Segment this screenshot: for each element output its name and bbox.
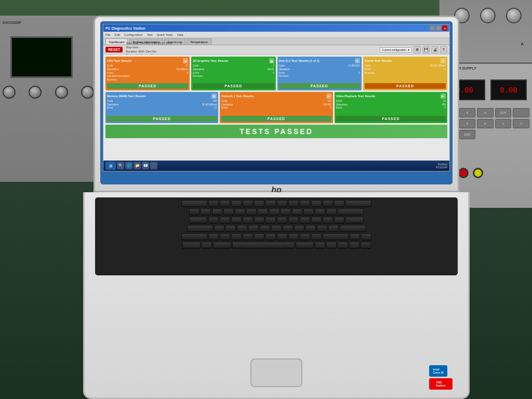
- key-f1[interactable]: [208, 200, 219, 207]
- ps-key-6[interactable]: 6: [477, 119, 494, 128]
- key-q[interactable]: [208, 217, 219, 224]
- key-u[interactable]: [277, 217, 287, 224]
- key-f[interactable]: [248, 225, 259, 232]
- menu-configuration[interactable]: Configuration: [124, 33, 143, 36]
- key-esc[interactable]: [181, 200, 207, 207]
- key-8[interactable]: [281, 208, 291, 216]
- key-c[interactable]: [231, 233, 242, 241]
- key-d[interactable]: [237, 225, 247, 232]
- key-del[interactable]: [338, 208, 364, 216]
- key-shift-right[interactable]: [323, 233, 349, 241]
- key-bracket-right[interactable]: [334, 217, 344, 224]
- key-7[interactable]: [269, 208, 280, 216]
- key-minus[interactable]: [315, 208, 325, 216]
- key-1[interactable]: [201, 208, 211, 216]
- taskbar-icon-5[interactable]: 🎵: [150, 162, 157, 169]
- key-tilde[interactable]: [189, 208, 200, 216]
- key-f9[interactable]: [300, 200, 310, 207]
- menu-test[interactable]: Test: [147, 33, 153, 36]
- key-alt-right[interactable]: [296, 242, 314, 249]
- taskbar-icon-4[interactable]: 📧: [142, 162, 149, 169]
- key-f2[interactable]: [220, 200, 230, 207]
- ps-key-2[interactable]: 2: [513, 119, 529, 128]
- key-s[interactable]: [225, 225, 236, 232]
- key-2[interactable]: [212, 208, 222, 216]
- key-fn[interactable]: [315, 242, 325, 249]
- key-f7[interactable]: [277, 200, 287, 207]
- reset-button[interactable]: RESET: [105, 47, 123, 52]
- key-right[interactable]: [361, 242, 371, 249]
- key-comma[interactable]: [288, 233, 299, 241]
- ps-key-9[interactable]: 9: [477, 108, 494, 117]
- key-space[interactable]: [232, 242, 295, 249]
- key-y[interactable]: [265, 217, 276, 224]
- ps-key-out[interactable]: OUT: [495, 108, 512, 117]
- key-ctrl-left[interactable]: [182, 242, 201, 249]
- key-f6[interactable]: [265, 200, 276, 207]
- key-semicolon[interactable]: [317, 225, 327, 232]
- key-left[interactable]: [338, 242, 348, 249]
- key-x[interactable]: [220, 233, 230, 241]
- key-r[interactable]: [243, 217, 253, 224]
- key-win[interactable]: [202, 242, 212, 249]
- key-j[interactable]: [283, 225, 293, 232]
- key-f5[interactable]: [254, 200, 264, 207]
- touchpad[interactable]: [250, 358, 302, 387]
- key-quote[interactable]: [328, 225, 339, 232]
- taskbar-icon-2[interactable]: 🌐: [125, 162, 132, 169]
- key-ctrl-right[interactable]: [326, 242, 337, 249]
- key-4[interactable]: [235, 208, 245, 216]
- key-f3[interactable]: [231, 200, 242, 207]
- key-f8[interactable]: [288, 200, 299, 207]
- key-v[interactable]: [243, 233, 253, 241]
- key-end[interactable]: [361, 233, 371, 241]
- tab-temperature[interactable]: Temperature: [187, 38, 211, 45]
- ps-key-ent[interactable]: [513, 108, 529, 117]
- key-g[interactable]: [260, 225, 270, 232]
- menu-edit[interactable]: Edit: [115, 33, 120, 36]
- key-f12[interactable]: [334, 200, 344, 207]
- key-b[interactable]: [254, 233, 264, 241]
- key-o[interactable]: [300, 217, 310, 224]
- key-z[interactable]: [208, 233, 219, 241]
- key-enter[interactable]: [345, 217, 364, 224]
- key-n[interactable]: [265, 233, 276, 241]
- maximize-button[interactable]: □: [436, 25, 441, 31]
- key-alt-left[interactable]: [213, 242, 231, 249]
- save-icon-btn[interactable]: 💾: [422, 46, 430, 54]
- print-icon-btn[interactable]: 🖨: [431, 46, 438, 54]
- key-m[interactable]: [277, 233, 287, 241]
- key-t[interactable]: [254, 217, 264, 224]
- key-i[interactable]: [288, 217, 299, 224]
- key-6[interactable]: [258, 208, 268, 216]
- key-f11[interactable]: [323, 200, 333, 207]
- settings-icon-btn[interactable]: ⚙: [414, 46, 421, 54]
- key-backspace[interactable]: [345, 200, 371, 207]
- key-k[interactable]: [294, 225, 304, 232]
- menu-quick-tests[interactable]: Quick Tests: [157, 33, 173, 36]
- key-5[interactable]: [246, 208, 257, 216]
- key-p[interactable]: [311, 217, 322, 224]
- minimize-button[interactable]: ─: [430, 25, 435, 31]
- ps-knob-3[interactable]: [506, 8, 522, 23]
- start-button[interactable]: ⊞: [105, 162, 116, 170]
- key-equals[interactable]: [326, 208, 337, 216]
- config-dropdown[interactable]: Current configuration ▼: [380, 47, 412, 52]
- key-h[interactable]: [271, 225, 282, 232]
- key-f10[interactable]: [311, 200, 322, 207]
- key-f4[interactable]: [243, 200, 253, 207]
- key-shift-left[interactable]: [181, 233, 207, 241]
- menu-help[interactable]: Help: [177, 33, 183, 36]
- ps-key-1[interactable]: 1: [495, 119, 512, 128]
- key-e[interactable]: [231, 217, 242, 224]
- key-tab[interactable]: [189, 217, 207, 224]
- help-icon-btn[interactable]: ?: [440, 46, 447, 54]
- key-slash[interactable]: [311, 233, 322, 241]
- key-9[interactable]: [292, 208, 302, 216]
- taskbar-icon-1[interactable]: 🔍: [117, 162, 124, 169]
- key-3[interactable]: [223, 208, 234, 216]
- taskbar-icon-3[interactable]: 📁: [134, 162, 141, 169]
- menu-file[interactable]: File: [105, 33, 111, 36]
- key-l[interactable]: [305, 225, 316, 232]
- key-a[interactable]: [214, 225, 224, 232]
